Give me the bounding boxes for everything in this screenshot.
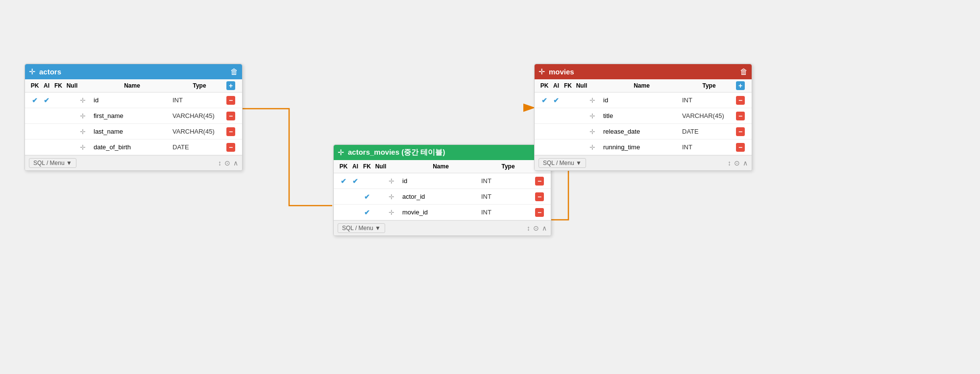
actors-collapse-icon[interactable]: ∧ [233,159,238,167]
am-actorid-fk[interactable]: ✔ [361,193,373,201]
arrow-actors-to-junction [243,109,332,206]
m-title-type: VARCHAR(45) [682,112,736,119]
actors-lastname-drag[interactable]: ✛ [80,128,92,136]
am-collapse-icon[interactable]: ∧ [542,224,547,232]
movies-col-headers: PK AI FK Null Name Type + [535,79,752,93]
actors-table: ✛ 🗑 PK AI FK Null Name Type + ✔ ✔ ✛ id I… [24,64,243,171]
actors-movies-drag-icon[interactable]: ✛ [338,148,344,157]
actors-footer: SQL / Menu ▼ ↕ ⊙ ∧ [25,155,242,170]
am-col-header-name: Name [400,163,481,170]
col-header-ai: AI [41,82,52,89]
actors-col-headers: PK AI FK Null Name Type + [25,79,242,93]
m-title-drag[interactable]: ✛ [589,112,601,120]
actors-dob-minus[interactable]: − [226,143,238,152]
col-header-fk: FK [52,82,64,89]
movies-drag-icon[interactable]: ✛ [539,67,545,76]
movies-table-header: ✛ 🗑 [535,64,752,79]
m-releasedate-type: DATE [682,128,736,135]
am-col-header-type: Type [481,163,535,170]
am-id-type: INT [481,177,535,185]
am-actorid-minus[interactable]: − [535,192,547,201]
m-releasedate-name: release_date [601,128,682,135]
movies-sort-icon[interactable]: ↕ [728,159,731,167]
actors-row-id: ✔ ✔ ✛ id INT − [25,93,242,108]
actors-dob-drag[interactable]: ✛ [80,143,92,151]
actors-movies-table: ✛ 🗑 PK AI FK Null Name Type + ✔ ✔ ✛ id I… [333,144,551,236]
am-row-movie-id: ✔ ✛ movie_id INT − [334,205,551,220]
m-releasedate-minus[interactable]: − [736,127,748,136]
actors-lastname-minus[interactable]: − [226,127,238,136]
am-id-name: id [400,177,481,185]
am-id-ai[interactable]: ✔ [349,177,361,185]
m-col-header-null: Null [574,82,589,89]
m-col-header-name: Name [601,82,682,89]
am-movieid-minus[interactable]: − [535,208,547,217]
actors-lastname-name: last_name [92,128,172,135]
am-sql-menu[interactable]: SQL / Menu ▼ [338,223,385,233]
m-runningtime-minus[interactable]: − [736,143,748,152]
m-col-header-ai: AI [550,82,562,89]
am-movieid-fk[interactable]: ✔ [361,209,373,216]
am-settings-icon[interactable]: ⊙ [533,224,539,232]
actors-movies-col-headers: PK AI FK Null Name Type + [334,160,551,173]
m-id-name: id [601,96,682,104]
actors-lastname-type: VARCHAR(45) [172,128,226,135]
am-id-minus[interactable]: − [535,177,547,186]
m-col-header-pk: PK [539,82,550,89]
m-id-ai[interactable]: ✔ [550,96,562,104]
am-movieid-drag[interactable]: ✛ [389,209,400,216]
m-add-column-btn[interactable]: + [736,81,748,90]
actors-id-minus[interactable]: − [226,96,238,105]
actors-sort-icon[interactable]: ↕ [218,159,221,167]
m-id-drag[interactable]: ✛ [589,96,601,104]
m-id-type: INT [682,96,736,104]
actors-id-pk[interactable]: ✔ [29,96,41,104]
m-title-name: title [601,112,682,119]
movies-footer-icons: ↕ ⊙ ∧ [728,159,748,167]
am-actorid-type: INT [481,193,535,200]
movies-row-id: ✔ ✔ ✛ id INT − [535,93,752,108]
am-sort-icon[interactable]: ↕ [527,224,530,232]
m-id-minus[interactable]: − [736,96,748,105]
movies-row-title: ✛ title VARCHAR(45) − [535,108,752,124]
col-header-type: Type [172,82,226,89]
actors-delete-icon[interactable]: 🗑 [230,68,238,76]
movies-sql-menu[interactable]: SQL / Menu ▼ [539,158,586,168]
canvas: ✛ 🗑 PK AI FK Null Name Type + ✔ ✔ ✛ id I… [0,0,980,374]
m-runningtime-type: INT [682,143,736,151]
actors-firstname-drag[interactable]: ✛ [80,112,92,120]
actors-title-input[interactable] [39,68,226,76]
m-runningtime-drag[interactable]: ✛ [589,143,601,151]
am-col-header-fk: FK [361,163,373,170]
actors-settings-icon[interactable]: ⊙ [224,159,230,167]
am-row-id: ✔ ✔ ✛ id INT − [334,173,551,189]
movies-settings-icon[interactable]: ⊙ [734,159,740,167]
actors-row-dob: ✛ date_of_birth DATE − [25,140,242,155]
m-releasedate-drag[interactable]: ✛ [589,128,601,136]
m-id-pk[interactable]: ✔ [539,96,550,104]
am-actorid-drag[interactable]: ✛ [389,193,400,201]
movies-collapse-icon[interactable]: ∧ [743,159,748,167]
actors-id-ai[interactable]: ✔ [41,96,52,104]
movies-table: ✛ 🗑 PK AI FK Null Name Type + ✔ ✔ ✛ id I… [534,64,752,171]
movies-title-input[interactable] [549,68,736,76]
col-header-name: Name [92,82,172,89]
movies-delete-icon[interactable]: 🗑 [740,68,748,76]
actors-firstname-minus[interactable]: − [226,112,238,120]
actors-firstname-name: first_name [92,112,172,119]
am-id-pk[interactable]: ✔ [338,177,349,185]
actors-drag-icon[interactable]: ✛ [29,67,35,76]
actors-id-name: id [92,96,172,104]
actors-add-column-btn[interactable]: + [226,81,238,90]
am-movieid-name: movie_id [400,209,481,216]
actors-id-drag[interactable]: ✛ [80,96,92,104]
m-title-minus[interactable]: − [736,112,748,120]
actors-movies-table-header: ✛ 🗑 [334,145,551,160]
actors-row-last-name: ✛ last_name VARCHAR(45) − [25,124,242,140]
actors-movies-title-input[interactable] [348,148,535,157]
am-id-drag[interactable]: ✛ [389,177,400,185]
am-footer-icons: ↕ ⊙ ∧ [527,224,547,232]
actors-sql-menu[interactable]: SQL / Menu ▼ [29,158,76,168]
actors-dob-name: date_of_birth [92,143,172,151]
movies-footer: SQL / Menu ▼ ↕ ⊙ ∧ [535,155,752,170]
